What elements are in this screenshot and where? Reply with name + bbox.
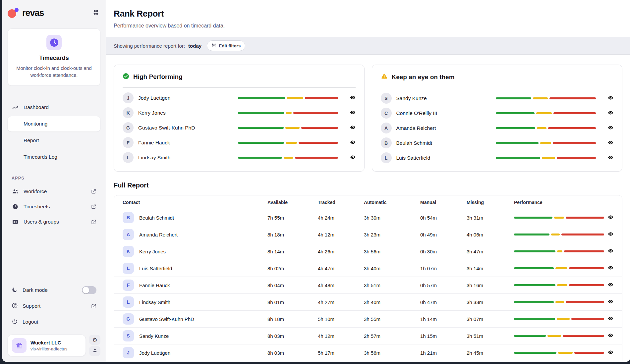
- sidebar-header: revas: [8, 0, 100, 26]
- member-row: BBeulah Schmidt: [381, 135, 614, 150]
- manual-value: 1h 07m: [420, 266, 467, 271]
- avatar: L: [123, 152, 134, 163]
- member-row: CConnie O'Reilly III: [381, 106, 614, 121]
- member-row: AAmanda Reichert: [381, 121, 614, 135]
- member-name: Lindsay Smith: [138, 155, 233, 161]
- full-report-title: Full Report: [114, 182, 622, 189]
- performance-bar: [496, 157, 596, 159]
- view-details-button[interactable]: [350, 110, 356, 116]
- eye-icon: [608, 140, 613, 146]
- eye-icon: [608, 110, 613, 117]
- member-name: Beulah Schmidt: [396, 140, 491, 146]
- view-details-button[interactable]: [608, 125, 613, 131]
- avatar: F: [123, 137, 134, 148]
- available-value: 8h 02m: [267, 266, 318, 271]
- performance-bar: [238, 157, 338, 159]
- sidebar-item-report[interactable]: Report: [8, 133, 100, 148]
- timecards-clock-icon: [46, 35, 62, 50]
- view-details-button[interactable]: [608, 214, 613, 221]
- member-list: SSandy KunzeCConnie O'Reilly IIIAAmanda …: [381, 88, 614, 165]
- org-row: Wuckert LLC vis-viriliter-adfectus ⚙: [8, 335, 100, 356]
- performance-bar: [514, 352, 604, 354]
- view-details-button[interactable]: [608, 282, 613, 288]
- missing-value: 3h 16m: [467, 283, 514, 288]
- automatic-value: 3h 56m: [364, 249, 420, 254]
- id-card-icon: [12, 219, 19, 225]
- member-list: JJody LuettgenKKerry JonesGGustavo Swift…: [123, 88, 356, 165]
- manual-value: 1h 21m: [420, 350, 467, 356]
- full-report-body: BBeulah Schmidt7h 55m4h 24m3h 30m0h 54m3…: [114, 209, 622, 361]
- member-row: KKerry Jones: [123, 105, 356, 120]
- sidebar-item-label: Dashboard: [24, 104, 49, 110]
- eye-icon: [608, 299, 613, 305]
- missing-value: 3h 14m: [467, 266, 514, 271]
- manual-value: 0h 49m: [420, 232, 467, 237]
- view-details-button[interactable]: [608, 140, 613, 146]
- performance-bar: [238, 127, 338, 129]
- performance-bar: [238, 97, 338, 99]
- view-details-button[interactable]: [608, 333, 613, 339]
- view-details-button[interactable]: [608, 231, 613, 238]
- column-header-automatic: Automatic: [364, 200, 420, 205]
- missing-value: 2h 45m: [467, 350, 514, 356]
- avatar: G: [123, 122, 134, 133]
- automatic-value: 3h 55m: [364, 316, 420, 322]
- automatic-value: 2h 57m: [364, 333, 420, 339]
- avatar: J: [123, 347, 134, 358]
- eye-icon: [608, 95, 613, 102]
- apps-grid-button[interactable]: [91, 8, 100, 18]
- view-details-button[interactable]: [608, 349, 613, 356]
- sidebar-item-dashboard[interactable]: Dashboard: [8, 100, 100, 115]
- member-row: GGustavo Swift-Kuhn PhD: [123, 120, 356, 135]
- external-link-icon: [91, 204, 96, 209]
- available-value: 8h 14m: [267, 249, 318, 254]
- table-row: GGustavo Swift-Kuhn PhD8h 18m5h 10m3h 55…: [114, 311, 622, 328]
- automatic-value: 3h 40m: [364, 266, 420, 271]
- member-row: FFannie Hauck: [123, 135, 356, 150]
- tracked-value: 4h 26m: [318, 249, 364, 254]
- view-details-button[interactable]: [608, 95, 613, 102]
- filter-label: Showing performance report for:: [114, 43, 185, 49]
- page-subtitle: Performance overview based on timecard d…: [114, 23, 622, 29]
- manual-value: 0h 30m: [420, 249, 467, 254]
- automatic-value: 3h 23m: [364, 232, 420, 237]
- table-row: AAmanda Reichert8h 18m4h 12m3h 23m0h 49m…: [114, 226, 622, 243]
- view-details-button[interactable]: [350, 154, 356, 161]
- view-details-button[interactable]: [608, 299, 613, 305]
- view-details-button[interactable]: [608, 265, 613, 272]
- apps-section-label: APPS: [12, 176, 100, 181]
- sidebar-item-monitoring[interactable]: Monitoring: [8, 116, 100, 131]
- sidebar-item-timecards-log[interactable]: Timecards Log: [8, 149, 100, 165]
- sidebar-item-users-groups[interactable]: Users & groups: [8, 214, 100, 230]
- avatar: C: [381, 108, 392, 119]
- org-card[interactable]: Wuckert LLC vis-viriliter-adfectus: [8, 335, 86, 356]
- dark-mode-label: Dark mode: [23, 287, 48, 293]
- profile-button[interactable]: [89, 346, 100, 356]
- available-value: 8h 18m: [267, 232, 318, 237]
- view-details-button[interactable]: [608, 248, 613, 255]
- view-details-button[interactable]: [350, 95, 356, 101]
- eye-icon: [350, 154, 356, 161]
- contact-name: Fannie Hauck: [139, 283, 170, 288]
- view-details-button[interactable]: [608, 110, 613, 117]
- sidebar-item-workforce[interactable]: Workforce: [8, 184, 100, 199]
- view-details-button[interactable]: [350, 139, 356, 146]
- sidebar-item-support[interactable]: Support: [8, 298, 100, 314]
- avatar: K: [123, 107, 134, 118]
- missing-value: 3h 51m: [467, 333, 514, 339]
- logo: revas: [8, 7, 44, 19]
- contact-name: Amanda Reichert: [139, 232, 178, 237]
- table-header: Contact Available Tracked Automatic Manu…: [114, 195, 622, 209]
- check-circle-icon: [123, 73, 129, 81]
- edit-filters-button[interactable]: Edit filters: [207, 40, 245, 51]
- sidebar-item-timesheets[interactable]: Timesheets: [8, 199, 100, 214]
- settings-button[interactable]: ⚙: [89, 335, 100, 345]
- sidebar-item-label: Monitoring: [24, 121, 47, 127]
- automatic-value: 3h 51m: [364, 283, 420, 288]
- contact-name: Beulah Schmidt: [139, 215, 174, 221]
- view-details-button[interactable]: [608, 155, 613, 161]
- view-details-button[interactable]: [350, 125, 356, 131]
- sidebar-item-logout[interactable]: Logout: [8, 314, 100, 330]
- dark-mode-toggle[interactable]: [82, 286, 96, 294]
- view-details-button[interactable]: [608, 316, 613, 322]
